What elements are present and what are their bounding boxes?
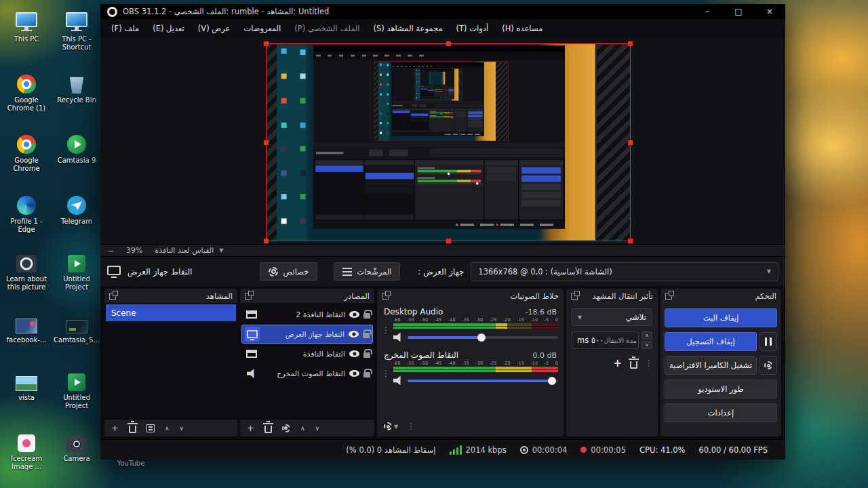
stop-recording-button[interactable]: إيقاف التسجيل bbox=[665, 332, 757, 351]
source-item-selected[interactable]: التقاط جهاز العرض bbox=[241, 325, 373, 344]
speaker-icon[interactable] bbox=[393, 375, 403, 386]
scenes-dock-header[interactable]: المشاهد bbox=[104, 289, 237, 303]
transitions-dock-header[interactable]: تأثير انتقال المشهد bbox=[566, 289, 658, 303]
sources-dock-header[interactable]: المصادر bbox=[240, 289, 374, 303]
move-scene-down-button[interactable]: ∨ bbox=[180, 425, 184, 432]
properties-button[interactable]: خصائص bbox=[260, 262, 317, 281]
slider-handle[interactable] bbox=[548, 377, 556, 385]
minimize-button[interactable]: – bbox=[692, 4, 723, 19]
scale-mode-dropdown[interactable]: القياس لعند النافذة ▼ bbox=[155, 246, 224, 255]
visibility-eye-icon[interactable] bbox=[349, 311, 359, 318]
source-properties-button[interactable] bbox=[282, 424, 290, 432]
lock-icon[interactable] bbox=[363, 352, 370, 358]
move-source-up-button[interactable]: ∧ bbox=[300, 425, 305, 432]
desktop-icon-c2-3[interactable]: Telegram bbox=[53, 192, 100, 226]
title-bar[interactable]: OBS 31.1.2 - الملف الشخصي: rumble - المش… bbox=[100, 4, 785, 19]
remove-transition-button[interactable] bbox=[630, 361, 637, 369]
virtual-camera-settings-button[interactable] bbox=[760, 356, 777, 375]
spin-down-button[interactable]: ∨ bbox=[642, 341, 652, 349]
menu-item-0[interactable]: ملف (F) bbox=[104, 24, 146, 33]
desktop-icon-c2-5[interactable]: Camtasia_S... bbox=[53, 310, 100, 344]
scene-list[interactable]: Scene bbox=[104, 303, 237, 419]
scene-item-selected[interactable]: Scene bbox=[106, 304, 236, 321]
menu-item-7[interactable]: مساعده (H) bbox=[495, 24, 549, 33]
move-source-down-button[interactable]: ∨ bbox=[315, 425, 320, 432]
zoom-out-button[interactable]: − bbox=[107, 246, 114, 256]
add-source-button[interactable]: + bbox=[247, 424, 254, 432]
menu-item-5[interactable]: مجموعة المشاهد (S) bbox=[367, 24, 450, 33]
source-item[interactable]: التقاط الصوت المخرج bbox=[241, 364, 373, 383]
advanced-audio-button[interactable]: ▼ bbox=[384, 422, 398, 430]
scene-filters-button[interactable] bbox=[146, 424, 155, 432]
slider-handle[interactable] bbox=[477, 333, 486, 342]
menu-item-3[interactable]: المعروضات bbox=[237, 24, 288, 33]
preview-canvas[interactable] bbox=[266, 43, 631, 241]
selection-handle[interactable] bbox=[628, 41, 633, 46]
desktop-icon-c2-4[interactable]: Untitled Project bbox=[53, 249, 100, 291]
visibility-eye-icon[interactable] bbox=[349, 350, 359, 357]
menu-item-4[interactable]: الملف الشخصي (P) bbox=[288, 24, 366, 33]
controls-dock-header[interactable]: التحكم bbox=[660, 289, 781, 303]
selection-handle[interactable] bbox=[628, 239, 633, 243]
source-item[interactable]: التقاط النافذة 2 bbox=[241, 305, 373, 324]
desktop-icon-c2-7[interactable]: Camera bbox=[53, 429, 100, 463]
channel-menu-icon[interactable]: ⋮ bbox=[382, 361, 389, 386]
stop-streaming-button[interactable]: إيقاف البث bbox=[665, 308, 777, 327]
popout-icon[interactable] bbox=[245, 293, 252, 300]
display-select-dropdown[interactable]: (الشاشة الأساسية) : 1366x768 @ 0,0 ▼ bbox=[471, 262, 778, 281]
selection-handle[interactable] bbox=[264, 239, 269, 243]
selection-handle[interactable] bbox=[264, 140, 269, 145]
virtual-camera-button[interactable]: تشغيل الكاميرا الافتراضية bbox=[665, 356, 757, 375]
desktop-icon-c2-0[interactable]: This PC - Shortcut bbox=[53, 9, 100, 51]
lock-icon[interactable] bbox=[363, 372, 370, 378]
remove-scene-button[interactable] bbox=[129, 426, 136, 433]
desktop-icon-c2-2[interactable]: Camtasia 9 bbox=[53, 131, 100, 165]
visibility-eye-icon[interactable] bbox=[349, 370, 359, 377]
menu-item-2[interactable]: عرض (V) bbox=[191, 24, 237, 33]
visibility-eye-icon[interactable] bbox=[349, 331, 359, 338]
desktop-icon-c1-0[interactable]: This PC bbox=[3, 9, 50, 43]
source-item[interactable]: التقاط النافذة bbox=[241, 344, 373, 363]
volume-slider[interactable] bbox=[408, 380, 558, 382]
spin-up-button[interactable]: ∧ bbox=[642, 331, 652, 340]
studio-mode-button[interactable]: طور الاستوديو bbox=[665, 380, 777, 399]
desktop-icon-c2-1[interactable]: Recycle Bin bbox=[53, 70, 100, 104]
desktop-icon-c1-5[interactable]: facebook-... bbox=[3, 310, 50, 344]
transition-menu-icon[interactable]: ⋮ bbox=[646, 359, 652, 368]
add-transition-button[interactable]: + bbox=[613, 357, 622, 369]
desktop-icon-c1-2[interactable]: Google Chrome bbox=[3, 131, 50, 172]
close-button[interactable]: × bbox=[754, 4, 785, 19]
selection-handle[interactable] bbox=[446, 239, 451, 243]
desktop-icon-c1-4[interactable]: Learn about this picture bbox=[3, 249, 50, 291]
lock-icon[interactable] bbox=[363, 313, 370, 319]
source-list[interactable]: التقاط النافذة 2 التقاط جهاز العرض التقا… bbox=[240, 303, 374, 419]
desktop-icon-c1-6[interactable]: vista bbox=[3, 368, 50, 402]
popout-icon[interactable] bbox=[382, 293, 389, 300]
duration-spinbox[interactable]: ٥٠٠ ms مدة الانتقال bbox=[572, 331, 639, 349]
remove-source-button[interactable] bbox=[264, 426, 272, 433]
menu-item-6[interactable]: أدوات (T) bbox=[450, 24, 496, 33]
volume-slider[interactable] bbox=[408, 336, 558, 339]
desktop-icon-c1-7[interactable]: Icecream Image ... bbox=[3, 429, 50, 470]
filters-button[interactable]: المرشّحات bbox=[334, 262, 400, 281]
mixer-dock-header[interactable]: خلاط الصوتيات bbox=[377, 289, 564, 303]
move-scene-up-button[interactable]: ∧ bbox=[165, 425, 170, 432]
desktop-icon-c2-6[interactable]: Untitled Project bbox=[53, 368, 100, 409]
channel-menu-icon[interactable]: ⋮ bbox=[382, 317, 389, 342]
transition-dropdown[interactable]: ▼ تلاشي bbox=[572, 308, 652, 326]
lock-icon[interactable] bbox=[363, 333, 370, 338]
selection-handle[interactable] bbox=[446, 41, 451, 46]
popout-icon[interactable] bbox=[109, 293, 116, 300]
selection-handle[interactable] bbox=[628, 140, 633, 145]
maximize-button[interactable]: □ bbox=[723, 4, 754, 19]
popout-icon[interactable] bbox=[571, 293, 578, 300]
speaker-icon[interactable] bbox=[393, 332, 403, 342]
mixer-menu-icon[interactable]: ⋮ bbox=[408, 422, 414, 431]
desktop-icon-c1-3[interactable]: Profile 1 - Edge bbox=[3, 192, 50, 233]
popout-icon[interactable] bbox=[665, 293, 672, 300]
menu-item-1[interactable]: تعديل (E) bbox=[146, 24, 191, 33]
preview-area[interactable] bbox=[100, 38, 785, 244]
add-scene-button[interactable]: + bbox=[111, 424, 119, 432]
pause-recording-button[interactable] bbox=[760, 332, 777, 351]
settings-button[interactable]: إعدادات bbox=[665, 403, 777, 422]
